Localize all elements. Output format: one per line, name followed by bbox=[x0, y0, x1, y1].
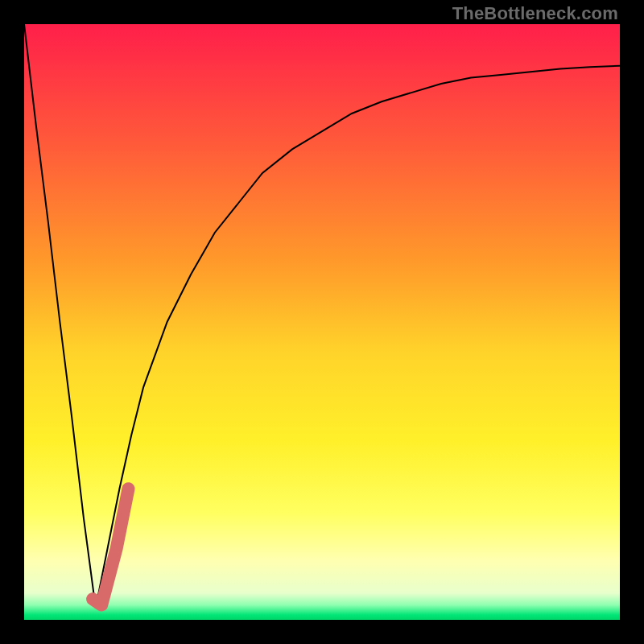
plot-area bbox=[24, 24, 620, 620]
highlight-marker bbox=[93, 489, 128, 605]
left-branch-line bbox=[24, 24, 96, 608]
right-branch-line bbox=[96, 66, 620, 608]
chart-frame: TheBottleneck.com bbox=[0, 0, 644, 644]
watermark-text: TheBottleneck.com bbox=[452, 3, 618, 24]
curve-layer bbox=[24, 24, 620, 620]
